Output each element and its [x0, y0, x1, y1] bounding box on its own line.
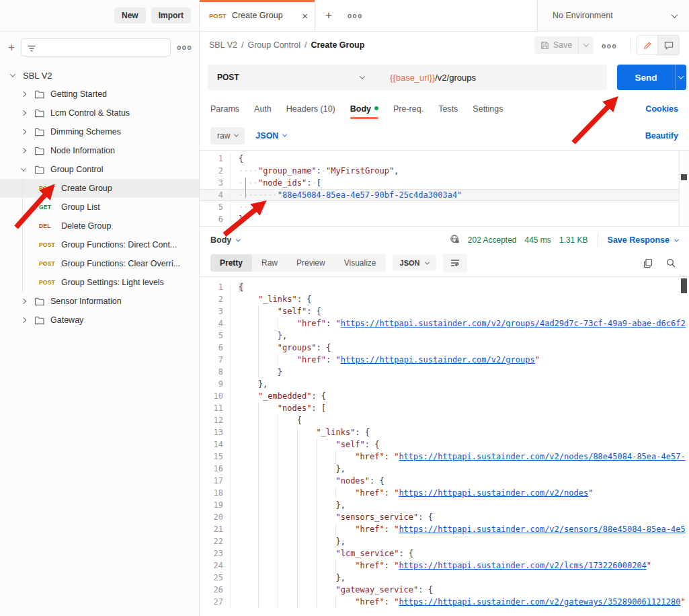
sidebar-more-icon[interactable]: ooo [177, 44, 192, 51]
code-line-20[interactable]: 20"sensors_service": { [200, 511, 689, 523]
code-line-14[interactable]: 14"self": { [200, 438, 689, 451]
code-line-23[interactable]: 23"lcm_service": { [200, 547, 689, 560]
response-view-visualize[interactable]: Visualize [335, 254, 386, 272]
code-line-18[interactable]: 18"href": "https://httpapi.sustainder.co… [200, 487, 689, 499]
request-tab-auth[interactable]: Auth [254, 96, 272, 121]
code-line-26[interactable]: 26"gateway_service": { [200, 584, 689, 596]
code-line-5[interactable]: 5····] [200, 201, 689, 213]
new-tab-button[interactable]: + [315, 0, 342, 31]
code-line-10[interactable]: 10"_embedded": { [200, 390, 689, 402]
response-body-viewer[interactable]: 1{2"_links": {3"self": {4"href": "https:… [200, 276, 689, 616]
send-button[interactable]: Send [617, 65, 675, 90]
code-line-9[interactable]: 9}, [200, 378, 689, 390]
request-tab-headers-10[interactable]: Headers (10) [286, 96, 335, 121]
sidebar-request-group-settings-light-levels[interactable]: POSTGroup Settings: Light levels [0, 273, 199, 292]
sidebar-folder-getting-started[interactable]: Getting Started [0, 85, 199, 104]
code-line-4[interactable]: 4"href": "https://httpapi.sustainder.com… [200, 317, 689, 330]
code-line-6[interactable]: 6"groups": { [200, 342, 689, 354]
code-line-11[interactable]: 11"nodes": [ [200, 402, 689, 414]
code-line-12[interactable]: 12{ [200, 414, 689, 426]
sidebar-folder-group-control[interactable]: Group Control [0, 160, 199, 179]
sidebar-request-delete-group[interactable]: DELDelete Group [0, 217, 199, 235]
code-line-27[interactable]: 27"href": "https://httpapi.sustainder.co… [200, 596, 689, 608]
response-view-raw[interactable]: Raw [252, 254, 287, 272]
sidebar-request-group-list[interactable]: GETGroup List [0, 198, 199, 217]
method-dropdown[interactable]: POST [208, 73, 371, 82]
code-line-8[interactable]: 8} [200, 366, 689, 378]
edit-docs-button[interactable] [637, 36, 658, 54]
code-line-17[interactable]: 17"nodes": { [200, 475, 689, 487]
save-dropdown-button[interactable] [578, 36, 594, 54]
code-line-4[interactable]: 4········"88e45084-85ea-4e57-90bf-25c4da… [200, 189, 689, 201]
save-button[interactable]: Save [534, 36, 579, 54]
cookies-link[interactable]: Cookies [645, 104, 678, 114]
chevron-down-icon [674, 237, 679, 241]
request-tab-settings[interactable]: Settings [473, 96, 503, 121]
wrap-lines-button[interactable] [443, 254, 467, 272]
request-tab-pre-req[interactable]: Pre-req. [393, 96, 423, 121]
sidebar-collection-sbl-v2[interactable]: SBL V2 [0, 66, 199, 85]
code-line-21[interactable]: 21"href": "https://httpapi.sustainder.co… [200, 523, 689, 535]
response-language-dropdown[interactable]: JSON [393, 255, 436, 271]
import-button[interactable]: Import [151, 7, 191, 24]
sidebar-request-create-group[interactable]: POSTCreate Group [0, 179, 199, 198]
sidebar-folder-lcm-control-status[interactable]: Lcm Control & Status [0, 104, 199, 122]
request-tab-create-group[interactable]: POST Create Group × [200, 0, 315, 31]
request-more-icon[interactable]: ooo [594, 39, 625, 51]
code-line-25[interactable]: 25}, [200, 572, 689, 584]
documentation-toggle-group [637, 35, 680, 55]
response-view-pretty[interactable]: Pretty [210, 254, 252, 272]
send-dropdown-button[interactable] [675, 65, 686, 90]
format-dropdown[interactable]: raw [210, 127, 245, 145]
code-line-2[interactable]: 2····"group_name":·"MyFirstGroup", [200, 165, 689, 177]
url-path: /v2/groups [435, 73, 476, 83]
request-editor-scrollbar[interactable] [679, 151, 689, 226]
code-line-13[interactable]: 13"_links": { [200, 426, 689, 438]
code-line-22[interactable]: 22}, [200, 535, 689, 547]
sidebar-request-group-functions-clear-overri[interactable]: POSTGroup Functions: Clear Overri... [0, 254, 199, 273]
code-line-3[interactable]: 3····"node_ids":·[ [200, 177, 689, 189]
sidebar-request-group-functions-direct-cont[interactable]: POSTGroup Functions: Direct Cont... [0, 235, 199, 254]
tab-options-icon[interactable]: ooo [342, 0, 368, 31]
environment-selector[interactable]: No Environment [537, 0, 689, 31]
code-line-5[interactable]: 5}, [200, 330, 689, 342]
chevron-right-icon [19, 149, 28, 153]
method-label: POST [217, 73, 239, 82]
request-tab-params[interactable]: Params [210, 96, 239, 121]
new-button[interactable]: New [114, 7, 146, 24]
code-line-7[interactable]: 7"href": "https://httpapi.sustainder.com… [200, 354, 689, 366]
code-line-3[interactable]: 3"self": { [200, 305, 689, 317]
code-line-24[interactable]: 24"href": "https://httpapi.sustainder.co… [200, 560, 689, 572]
code-line-1[interactable]: 1{ [200, 281, 689, 293]
sidebar-folder-node-information[interactable]: Node Information [0, 141, 199, 160]
code-line-15[interactable]: 15"href": "https://httpapi.sustainder.co… [200, 451, 689, 463]
code-line-16[interactable]: 16}, [200, 463, 689, 475]
copy-icon[interactable] [643, 258, 653, 268]
sidebar-folder-dimming-schemes[interactable]: Dimming Schemes [0, 122, 199, 141]
language-dropdown[interactable]: JSON [255, 131, 286, 141]
code-line-2[interactable]: 2"_links": { [200, 293, 689, 305]
sidebar-folder-sensor-information[interactable]: Sensor Information [0, 292, 199, 311]
sidebar-folder-gateway[interactable]: Gateway [0, 311, 199, 330]
response-view-preview[interactable]: Preview [287, 254, 335, 272]
request-tab-body[interactable]: Body [350, 96, 378, 121]
code-line-19[interactable]: 19}, [200, 499, 689, 511]
search-icon[interactable] [666, 258, 676, 268]
breadcrumb-item-sbl-v2[interactable]: SBL V2 [209, 40, 237, 50]
breadcrumb-item-group-control[interactable]: Group Control [247, 40, 300, 50]
response-scrollbar[interactable] [679, 277, 689, 616]
beautify-link[interactable]: Beautify [645, 131, 678, 141]
url-input[interactable]: {{base_url}}/v2/groups [390, 73, 476, 83]
comments-button[interactable] [658, 36, 679, 54]
add-collection-icon[interactable]: + [8, 42, 15, 53]
request-body-editor[interactable]: 1{2····"group_name":·"MyFirstGroup",3···… [200, 150, 689, 227]
close-tab-icon[interactable]: × [302, 10, 308, 22]
code-line-1[interactable]: 1{ [200, 153, 689, 165]
sidebar-search-input[interactable] [21, 38, 171, 56]
response-body-dropdown[interactable]: Body [210, 235, 240, 245]
save-response-button[interactable]: Save Response [608, 235, 678, 245]
line-number: 25 [200, 572, 231, 584]
network-icon[interactable] [450, 234, 460, 247]
code-line-6[interactable]: 6} [200, 213, 689, 225]
request-tab-tests[interactable]: Tests [438, 96, 458, 121]
